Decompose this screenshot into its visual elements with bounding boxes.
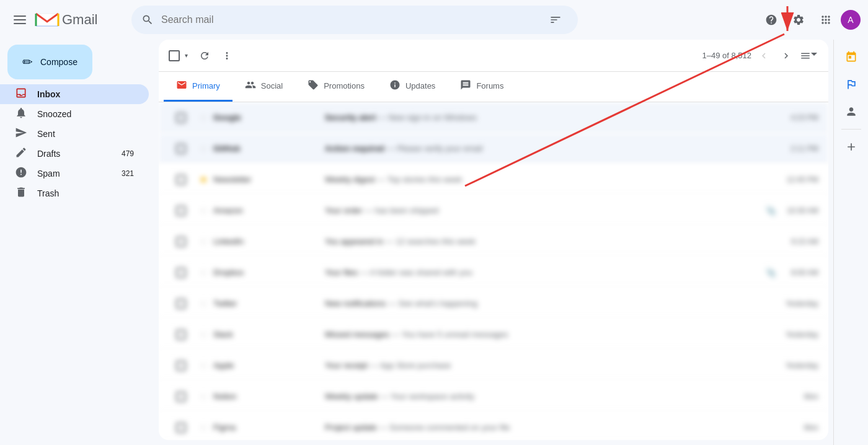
sidebar-item-snoozed[interactable]: Snoozed [0,104,149,124]
panel-divider [841,129,861,130]
search-icon [141,14,154,26]
snoozed-icon [15,107,27,121]
sidebar-item-drafts[interactable]: Drafts 479 [0,144,149,164]
topbar: Gmail A [0,0,868,40]
mail-tabs: Primary Social Promotions Updates [159,72,828,102]
drafts-count: 479 [122,149,134,158]
calendar-panel-button[interactable] [839,45,864,69]
updates-tab-icon [389,79,401,93]
sidebar-label-trash: Trash [37,188,134,198]
tab-primary-label: Primary [192,81,220,90]
topbar-left: Gmail [7,7,126,32]
help-button[interactable] [759,7,784,32]
inbox-icon [15,87,27,102]
promotions-tab-icon [308,79,319,93]
refresh-button[interactable] [195,46,215,66]
sidebar-item-inbox[interactable]: Inbox [0,84,149,104]
toolbar-left: ▾ [169,46,237,66]
sidebar-label-drafts: Drafts [37,149,112,159]
sidebar-label-inbox: Inbox [37,89,134,99]
row-checkbox-2[interactable] [176,144,186,154]
tab-forums[interactable]: Forums [448,72,516,102]
menu-button[interactable] [7,7,32,32]
star-button-3[interactable]: ★ [193,174,213,185]
table-row[interactable]: ★ Newsletter Weekly digest — Top stories… [159,164,828,195]
sidebar-item-sent[interactable]: Sent [0,124,149,144]
table-row[interactable]: ☆ Notion Weekly update — Your workspace … [159,381,828,412]
subject-snippet-1: Security alert — New sign-in on Windows [325,113,781,122]
sender-3: Newsletter [213,175,325,184]
sender-1: Google [213,113,325,122]
subject-2: Action required [325,144,384,153]
next-page-button[interactable] [776,46,796,66]
sent-icon [15,126,27,141]
topbar-right: A [759,7,861,32]
spam-count: 321 [122,169,134,178]
contacts-panel-button[interactable] [839,99,864,124]
table-row[interactable]: ☆ Google Security alert — New sign-in on… [159,102,828,133]
gmail-logo-text: Gmail [62,12,97,28]
trash-icon [15,186,27,201]
tab-forums-label: Forums [476,81,503,90]
gmail-logo[interactable]: Gmail [35,11,97,29]
table-row[interactable]: ☆ GitHub Action required — Please verify… [159,133,828,164]
row-checkbox-1[interactable] [176,113,186,123]
avatar-button[interactable]: A [841,10,861,30]
star-button-2[interactable]: ☆ [193,143,213,154]
sidebar-item-trash[interactable]: Trash [0,183,149,203]
tab-primary[interactable]: Primary [164,72,232,102]
right-panels [833,40,868,445]
email-list: ☆ Google Security alert — New sign-in on… [159,102,828,440]
row-check-1 [169,113,193,123]
sidebar-label-sent: Sent [37,129,134,139]
view-options-button[interactable] [799,46,818,66]
spam-icon [15,166,27,181]
primary-tab-icon [176,79,187,93]
table-row[interactable]: ☆ Figma Project update — Someone comment… [159,412,828,440]
table-row[interactable]: ☆ Dropbox Your files — A folder was shar… [159,257,828,288]
select-dropdown-arrow[interactable]: ▾ [180,50,192,62]
tab-social-label: Social [261,81,283,90]
table-row[interactable]: ☆ Twitter New notifications — See what's… [159,288,828,319]
sidebar-item-spam[interactable]: Spam 321 [0,164,149,183]
search-filter-button[interactable] [543,7,568,32]
compose-button[interactable]: ✏ Compose [7,45,92,79]
tab-promotions-label: Promotions [324,81,365,90]
svg-rect-0 [14,15,26,17]
settings-button[interactable] [786,7,811,32]
search-bar[interactable] [131,6,578,34]
svg-rect-1 [14,19,26,20]
table-row[interactable]: ☆ LinkedIn You appeared in — 12 searches… [159,226,828,257]
main-layout: ✏ Compose Inbox Snoozed [0,40,868,445]
sender-2: GitHub [213,144,325,153]
select-all-area: ▾ [169,50,192,62]
subject-snippet-3: Weekly digest — Top stories this week [325,175,781,184]
drafts-icon [15,146,27,161]
snippet-1: — New sign-in on Windows [378,113,477,122]
tab-updates-label: Updates [405,81,435,90]
row-check-3 [169,175,193,185]
svg-rect-2 [14,23,26,24]
table-row[interactable]: ☆ Amazon Your order — has been shipped 📎… [159,195,828,226]
tab-promotions[interactable]: Promotions [295,72,377,102]
table-row[interactable]: ☆ Slack Missed messages — You have 5 unr… [159,319,828,350]
row-check-2 [169,144,193,154]
tab-social[interactable]: Social [232,72,295,102]
more-options-button[interactable] [217,46,237,66]
email-meta-1: 4:23 PM [781,113,818,122]
star-button-1[interactable]: ☆ [193,112,213,123]
select-all-checkbox[interactable] [169,50,180,61]
apps-button[interactable] [813,7,838,32]
tasks-panel-button[interactable] [839,72,864,97]
add-panel-button[interactable] [839,134,864,159]
toolbar-right: 1–49 of 8,512 [702,46,818,66]
content-area: ▾ 1–49 of 8,512 [159,40,828,440]
mail-toolbar: ▾ 1–49 of 8,512 [159,40,828,72]
prev-page-button[interactable] [754,46,774,66]
email-time-1: 4:23 PM [781,113,818,122]
tab-updates[interactable]: Updates [377,72,448,102]
sidebar: ✏ Compose Inbox Snoozed [0,40,159,445]
search-input[interactable] [161,14,536,25]
email-time-2: 2:11 PM [781,144,818,153]
table-row[interactable]: ☆ Apple Your receipt — App Store purchas… [159,350,828,381]
